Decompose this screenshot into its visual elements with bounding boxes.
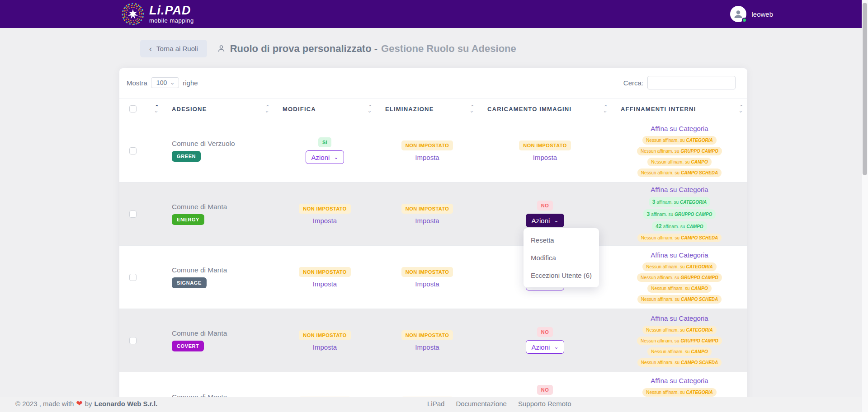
- person-icon: [733, 9, 744, 19]
- top-navbar: Li.PAD mobile mapping leoweb: [0, 0, 868, 28]
- header-adesione[interactable]: ADESIONE ⌃⌄: [163, 99, 274, 119]
- azioni-dropdown-menu: Resetta Modifica Eccezioni Utente (6): [524, 228, 599, 287]
- adesione-name: Comune di Verzuolo: [172, 140, 235, 148]
- app-logo[interactable]: Li.PAD mobile mapping: [121, 2, 194, 26]
- scrollbar-track[interactable]: [862, 0, 868, 412]
- show-label: Mostra: [127, 79, 147, 87]
- chevron-left-icon: ‹: [149, 45, 152, 53]
- rows-per-page-control: Mostra 100 ⌄ righe: [127, 77, 198, 88]
- affinamento-badge: Nessun affinam. suCAMPO: [647, 158, 712, 166]
- chevron-down-icon: ⌄: [554, 217, 558, 224]
- row-checkbox[interactable]: [129, 337, 137, 344]
- affina-categoria-link[interactable]: Affina su Categoria: [651, 314, 708, 322]
- sort-toggle[interactable]: ⌃⌄: [603, 105, 607, 112]
- page-title: Ruolo di prova personalizzato - Gestione…: [217, 43, 516, 55]
- table-header-row: ⌃⌄ ADESIONE ⌃⌄ MODIFICA ⌃⌄ ELIMINAZIONE …: [119, 98, 747, 119]
- footer-link-supporto-remoto[interactable]: Supporto Remoto: [518, 400, 571, 407]
- header-modifica[interactable]: MODIFICA ⌃⌄: [274, 99, 376, 119]
- status-badge: NON IMPOSTATO: [299, 204, 350, 214]
- sort-toggle[interactable]: ⌃⌄: [154, 105, 158, 112]
- status-badge: NO: [537, 201, 553, 211]
- sort-desc-icon: ⌄: [738, 109, 743, 112]
- footer-link-lipad[interactable]: LiPad: [427, 400, 444, 407]
- footer-link-documentazione[interactable]: Documentazione: [456, 400, 507, 407]
- menu-item-eccezioni-utente[interactable]: Eccezioni Utente (6): [524, 267, 599, 284]
- menu-item-resetta[interactable]: Resetta: [524, 231, 599, 249]
- sort-toggle[interactable]: ⌃⌄: [367, 105, 372, 112]
- back-button[interactable]: ‹ Torna ai Ruoli: [140, 40, 207, 57]
- imposta-link[interactable]: Imposta: [313, 343, 337, 351]
- affinamento-badge: Nessun affinam. suCAMPO SCHEDA: [637, 234, 722, 242]
- affinamento-badge: 3affinam. suCATEGORIA: [649, 197, 711, 207]
- status-badge: NON IMPOSTATO: [299, 267, 350, 277]
- imposta-link[interactable]: Imposta: [415, 280, 439, 288]
- header-affinamenti-interni[interactable]: AFFINAMENTI INTERNI ⌃⌄: [612, 99, 747, 119]
- rows-suffix-label: righe: [183, 79, 198, 87]
- row-checkbox[interactable]: [129, 274, 137, 281]
- page-title-sub: Gestione Ruolo su Adesione: [381, 43, 516, 55]
- row-checkbox[interactable]: [129, 147, 137, 154]
- chevron-down-icon: ⌄: [170, 80, 175, 86]
- affina-categoria-link[interactable]: Affina su Categoria: [651, 125, 708, 132]
- table-row: Comune di Verzuolo GREEN SI Azioni ⌄ NON…: [119, 119, 747, 182]
- logo-starburst-icon: [121, 2, 145, 26]
- affinamento-badge: Nessun affinam. suCAMPO: [647, 284, 712, 293]
- header-select-column: ⌃⌄: [119, 99, 163, 119]
- page-title-main: Ruolo di prova personalizzato -: [230, 43, 377, 55]
- sort-desc-icon: ⌄: [469, 109, 474, 112]
- affina-categoria-link[interactable]: Affina su Categoria: [651, 377, 708, 384]
- table-row: Comune di Manta COVERT NON IMPOSTATO Imp…: [119, 309, 747, 372]
- avatar: [730, 6, 746, 22]
- affina-categoria-link[interactable]: Affina su Categoria: [651, 186, 708, 193]
- page-header: ‹ Torna ai Ruoli Ruolo di prova personal…: [140, 40, 516, 57]
- header-caricamento-immagini[interactable]: CARICAMENTO IMMAGINI ⌃⌄: [478, 99, 612, 119]
- affinamento-badge: Nessun affinam. suCATEGORIA: [642, 326, 717, 334]
- imposta-link[interactable]: Imposta: [533, 154, 557, 161]
- search-control: Cerca:: [623, 76, 736, 89]
- azioni-button-open[interactable]: Azioni ⌄: [526, 214, 565, 227]
- affinamento-badge: Nessun affinam. suCAMPO SCHEDA: [637, 358, 722, 367]
- status-badge: NON IMPOSTATO: [519, 140, 571, 150]
- heart-icon: ❤: [76, 400, 82, 407]
- search-label: Cerca:: [623, 79, 643, 87]
- affina-categoria-link[interactable]: Affina su Categoria: [651, 251, 708, 259]
- affinamento-badge: Nessun affinam. suGRUPPO CAMPO: [637, 147, 722, 155]
- status-badge: NO: [537, 327, 553, 337]
- table-controls: Mostra 100 ⌄ righe Cerca:: [119, 68, 747, 90]
- sort-toggle[interactable]: ⌃⌄: [469, 105, 474, 112]
- sort-toggle[interactable]: ⌃⌄: [264, 105, 269, 112]
- imposta-link[interactable]: Imposta: [415, 343, 439, 351]
- imposta-link[interactable]: Imposta: [313, 280, 337, 288]
- select-all-checkbox[interactable]: [129, 105, 137, 112]
- imposta-link[interactable]: Imposta: [415, 217, 439, 225]
- affinamento-badge: Nessun affinam. suCATEGORIA: [642, 262, 717, 271]
- adesione-name: Comune di Manta: [172, 266, 227, 274]
- imposta-link[interactable]: Imposta: [313, 217, 337, 225]
- chevron-down-icon: ⌄: [334, 154, 338, 160]
- azioni-button[interactable]: Azioni ⌄: [526, 340, 565, 354]
- menu-item-modifica[interactable]: Modifica: [524, 249, 599, 267]
- status-badge: NO: [537, 385, 553, 395]
- imposta-link[interactable]: Imposta: [415, 154, 439, 161]
- sort-toggle[interactable]: ⌃⌄: [738, 105, 743, 112]
- azioni-button[interactable]: Azioni ⌄: [306, 150, 344, 164]
- table-row: Comune di Manta ENERGY NON IMPOSTATO Imp…: [119, 182, 747, 245]
- header-eliminazione[interactable]: ELIMINAZIONE ⌃⌄: [376, 99, 478, 119]
- footer: © 2023 , made with ❤ by Leonardo Web S.r…: [0, 397, 868, 412]
- search-input[interactable]: [647, 76, 736, 89]
- adesione-name: Comune di Manta: [172, 203, 227, 211]
- status-badge: NON IMPOSTATO: [299, 330, 350, 340]
- adesione-tag-badge: ENERGY: [172, 214, 204, 225]
- sort-desc-icon: ⌄: [603, 109, 607, 112]
- footer-copyright: © 2023 , made with ❤ by Leonardo Web S.r…: [15, 400, 157, 407]
- scrollbar-thumb[interactable]: [863, 3, 867, 175]
- adesione-tag-badge: GREEN: [172, 151, 201, 162]
- rows-per-page-select[interactable]: 100 ⌄: [151, 77, 179, 88]
- logo-subtitle: mobile mapping: [149, 18, 194, 23]
- role-user-icon: [217, 44, 226, 53]
- user-menu[interactable]: leoweb: [730, 0, 773, 28]
- row-checkbox[interactable]: [129, 211, 137, 218]
- affinamento-badge: 42affinam. suCAMPO: [652, 221, 707, 231]
- sort-desc-icon: ⌄: [264, 109, 269, 112]
- affinamento-badge: Nessun affinam. suCAMPO SCHEDA: [637, 295, 722, 304]
